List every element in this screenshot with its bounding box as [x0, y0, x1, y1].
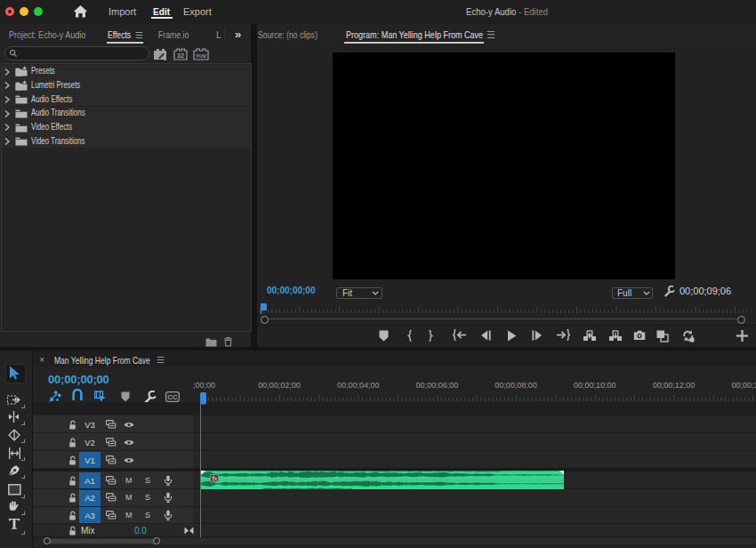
svg-text:YUV: YUV	[196, 53, 206, 59]
svg-text:32: 32	[177, 52, 184, 59]
svg-text:CC: CC	[167, 393, 178, 401]
